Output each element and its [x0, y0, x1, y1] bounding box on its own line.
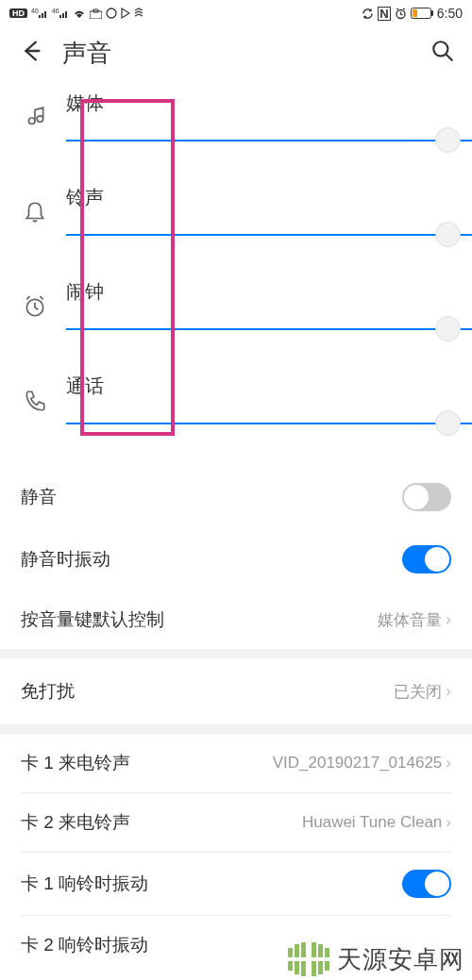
sim1-ringtone-label: 卡 1 来电铃声: [21, 751, 130, 775]
back-arrow-icon: [17, 38, 43, 64]
chevron-right-icon: ›: [446, 682, 451, 701]
chevron-right-icon: ›: [446, 754, 451, 772]
sim1-vibrate-setting[interactable]: 卡 1 响铃时振动: [0, 853, 472, 915]
volume-key-setting[interactable]: 按音量键默认控制 媒体音量›: [0, 590, 472, 649]
svg-rect-13: [301, 942, 306, 957]
search-icon: [430, 39, 455, 63]
wifi-icon: [73, 8, 86, 18]
alarm-clock-icon: [21, 294, 49, 319]
svg-rect-14: [301, 961, 306, 976]
svg-rect-16: [312, 961, 316, 976]
volume-key-label: 按音量键默认控制: [21, 607, 164, 632]
svg-rect-17: [318, 944, 323, 957]
play-icon: [121, 8, 130, 19]
alarm-label: 闹钟: [66, 279, 451, 305]
svg-rect-5: [431, 10, 433, 16]
alarm-slider[interactable]: [66, 328, 472, 330]
volume-key-value: 媒体音量: [378, 609, 442, 631]
dnd-setting[interactable]: 免打扰 已关闭›: [0, 658, 472, 724]
status-right: N 6:50: [362, 6, 463, 21]
chevron-right-icon: ›: [446, 813, 451, 832]
ringtone-slider[interactable]: [66, 234, 472, 236]
svg-rect-18: [318, 961, 323, 974]
alarm-volume-row: 闹钟: [21, 268, 451, 362]
slider-thumb[interactable]: [435, 316, 461, 341]
svg-rect-20: [325, 961, 329, 971]
svg-rect-15: [312, 942, 316, 957]
slider-thumb[interactable]: [435, 222, 461, 247]
svg-rect-10: [288, 961, 293, 971]
watermark-logo-icon: [288, 942, 329, 976]
sim2-ringtone-value: Huawei Tune Clean: [302, 813, 442, 832]
svg-rect-19: [325, 948, 329, 957]
slider-thumb[interactable]: [435, 410, 461, 436]
mute-label: 静音: [21, 485, 57, 509]
dnd-label: 免打扰: [21, 679, 75, 704]
signal-1-icon: 46: [31, 9, 48, 18]
page-title: 声音: [62, 37, 412, 70]
mute-setting[interactable]: 静音: [0, 466, 472, 528]
mute-toggle[interactable]: [402, 483, 451, 511]
sync-icon: [362, 8, 374, 20]
call-slider[interactable]: [66, 423, 472, 424]
ringtone-label: 铃声: [66, 185, 451, 210]
volume-sliders: 媒体 铃声 闹钟 通话: [0, 79, 472, 457]
svg-rect-9: [288, 948, 293, 957]
battery-icon: [411, 8, 433, 19]
watermark: 天源安卓网: [288, 942, 464, 976]
section-divider: [0, 649, 472, 658]
music-note-icon: [21, 106, 49, 130]
call-label: 通话: [66, 374, 451, 399]
signal-2-icon: 46: [52, 9, 69, 18]
status-left: HD 46 46: [9, 8, 143, 19]
svg-rect-11: [295, 944, 299, 957]
vibrate-on-mute-label: 静音时振动: [21, 547, 110, 572]
nfc-icon: N: [378, 7, 390, 21]
slider-thumb[interactable]: [435, 127, 461, 153]
sim1-vibrate-toggle[interactable]: [402, 870, 451, 898]
chevron-right-icon: ›: [446, 610, 451, 629]
watermark-text: 天源安卓网: [337, 943, 464, 976]
status-bar: HD 46 46 N 6:50: [0, 0, 472, 26]
circle-icon: [106, 8, 117, 19]
phone-icon: [21, 389, 49, 413]
search-button[interactable]: [430, 39, 455, 67]
sim1-ringtone-setting[interactable]: 卡 1 来电铃声 VID_20190217_014625›: [0, 734, 472, 792]
hd-icon: HD: [9, 8, 27, 18]
svg-point-2: [107, 8, 116, 18]
sim2-vibrate-label: 卡 2 响铃时振动: [21, 933, 148, 957]
alarm-icon: [395, 8, 407, 20]
media-label: 媒体: [66, 91, 451, 116]
settings-list: 静音 静音时振动 按音量键默认控制 媒体音量› 免打扰 已关闭› 卡 1 来电铃…: [0, 466, 472, 974]
media-slider[interactable]: [66, 140, 472, 141]
media-volume-row: 媒体: [21, 79, 451, 174]
svg-rect-6: [413, 9, 417, 17]
vibrate-on-mute-toggle[interactable]: [402, 545, 451, 573]
bell-icon: [21, 200, 49, 224]
call-volume-row: 通话: [21, 362, 451, 457]
arrow-icon: [134, 8, 143, 19]
back-button[interactable]: [17, 38, 43, 68]
section-divider: [0, 724, 472, 734]
sim2-ringtone-label: 卡 2 来电铃声: [21, 810, 130, 835]
sim2-ringtone-setting[interactable]: 卡 2 来电铃声 Huawei Tune Clean›: [0, 793, 472, 852]
briefcase-icon: [90, 8, 102, 19]
sim1-ringtone-value: VID_20190217_014625: [273, 754, 443, 772]
ringtone-volume-row: 铃声: [21, 174, 451, 268]
vibrate-on-mute-setting[interactable]: 静音时振动: [0, 528, 472, 590]
dnd-value: 已关闭: [394, 681, 442, 703]
sim1-vibrate-label: 卡 1 响铃时振动: [21, 872, 148, 896]
status-time: 6:50: [437, 6, 463, 21]
header: 声音: [0, 26, 472, 79]
svg-rect-12: [295, 961, 299, 974]
